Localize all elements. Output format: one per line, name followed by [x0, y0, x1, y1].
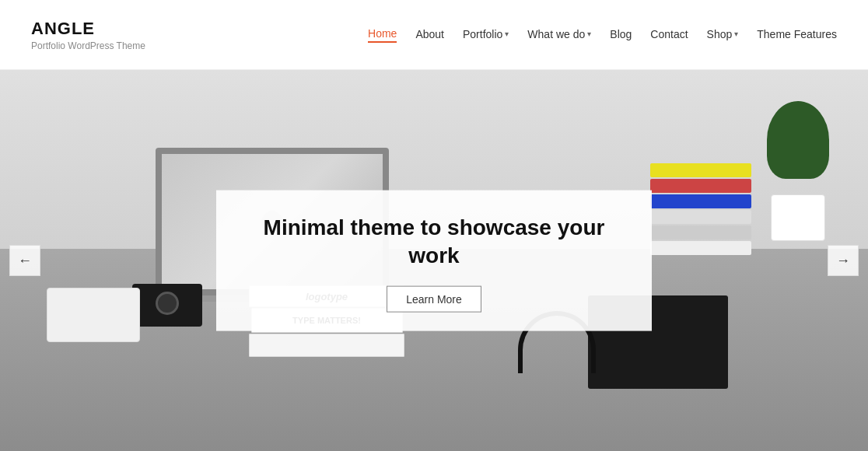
- learn-more-button[interactable]: Learn More: [387, 285, 481, 312]
- book-3: [249, 334, 404, 357]
- next-slide-button[interactable]: →: [828, 245, 859, 276]
- main-nav: Home About Portfolio ▾ What we do ▾ Blog…: [368, 27, 837, 43]
- hero-section: logotype TYPE MATTERS! Minimal theme to …: [0, 70, 868, 451]
- nav-item-portfolio[interactable]: Portfolio ▾: [463, 28, 509, 42]
- logo-title: ANGLE: [31, 19, 145, 39]
- plant-pot: [771, 194, 825, 241]
- logo-subtitle: Portfolio WordPress Theme: [31, 40, 145, 51]
- nav-item-contact[interactable]: Contact: [650, 28, 688, 42]
- camera: [132, 284, 202, 327]
- books-right-stack: [650, 163, 751, 255]
- hero-overlay: Minimal theme to showcase your work Lear…: [216, 191, 652, 331]
- logo-area: ANGLE Portfolio WordPress Theme: [31, 19, 145, 51]
- br-book-2: [650, 179, 751, 193]
- br-book-3: [650, 194, 751, 208]
- nav-item-about[interactable]: About: [415, 28, 444, 42]
- plant: [767, 117, 829, 241]
- nav-item-shop[interactable]: Shop ▾: [707, 28, 739, 42]
- nav-item-what-we-do[interactable]: What we do ▾: [527, 28, 591, 42]
- chevron-down-icon: ▾: [734, 30, 738, 38]
- nav-item-blog[interactable]: Blog: [610, 28, 632, 42]
- arrow-right-icon: →: [836, 253, 850, 269]
- header: ANGLE Portfolio WordPress Theme Home Abo…: [0, 0, 868, 70]
- plant-leaves: [767, 101, 829, 179]
- br-book-4: [650, 210, 751, 224]
- chevron-down-icon: ▾: [505, 30, 509, 38]
- nav-item-theme-features[interactable]: Theme Features: [757, 28, 837, 42]
- arrow-left-icon: ←: [18, 253, 32, 269]
- prev-slide-button[interactable]: ←: [9, 245, 40, 276]
- chevron-down-icon: ▾: [587, 30, 591, 38]
- br-book-1: [650, 163, 751, 177]
- br-book-5: [650, 226, 751, 239]
- br-book-6: [650, 241, 751, 255]
- apple-box: [47, 288, 140, 342]
- hero-title: Minimal theme to showcase your work: [247, 214, 621, 271]
- nav-item-home[interactable]: Home: [368, 27, 397, 43]
- camera-lens: [156, 292, 179, 315]
